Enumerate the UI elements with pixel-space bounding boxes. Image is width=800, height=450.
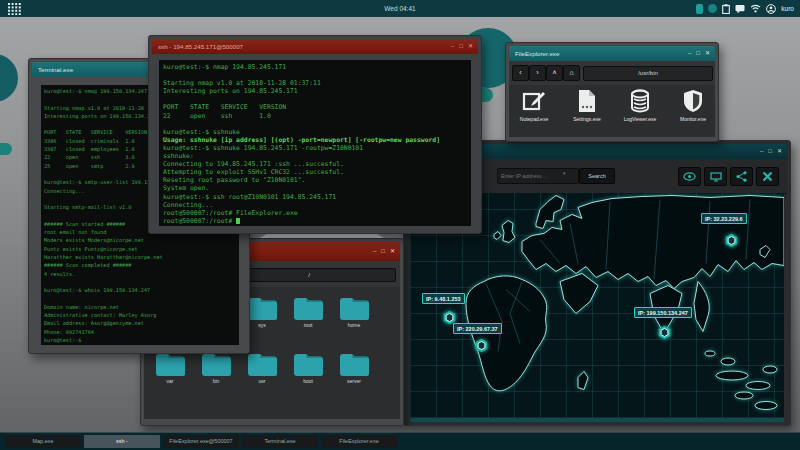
taskbar-item[interactable]: FileExplorer.exe [321,435,397,448]
close-icon[interactable]: ✕ [777,144,782,159]
app-item[interactable]: Monitor.exe [668,88,715,122]
folder-item[interactable]: usr [240,351,284,384]
file-icon [577,89,597,113]
terminal-line: System open. [163,184,471,192]
minimize-icon[interactable]: – [688,46,691,61]
window-title: FileExplorer.exe [515,50,559,57]
eye-icon [683,172,696,181]
map-bottom-strip [410,418,784,422]
terminal-line: kuro@test:-$ sshnuke [163,128,471,136]
home-button[interactable]: ⌂ [563,65,580,81]
terminal-line [163,71,471,79]
clipboard-icon[interactable] [722,4,730,14]
chat-icon[interactable] [735,4,745,14]
display-icon [710,172,722,182]
folder-icon [246,351,278,377]
desktop: – □ ✕ ▾ Search [0,0,800,450]
search-button[interactable]: Search [579,168,615,184]
clock: Wed 04:41 [0,5,800,12]
taskbar-item[interactable]: Terminal.exe [242,435,318,448]
share-button[interactable] [730,167,753,186]
username[interactable]: kuro [781,5,794,12]
window-title: ssh - 194.85.245.171@500007 [158,43,243,50]
terminal-line: sshnuke: [163,152,471,160]
taskbar-item[interactable]: ssh - [84,435,160,448]
terminal-line: Puntz exists Puntz@nicorpe.net [44,245,239,253]
disconnect-button[interactable] [756,167,779,186]
folder-label: usr [240,378,284,384]
close-icon[interactable]: ✕ [390,242,395,261]
folder-item[interactable]: server [332,351,376,384]
up-button[interactable]: ˄ [546,65,563,81]
app-label: Settings.exe [562,116,612,122]
folder-item[interactable]: home [332,295,376,328]
folder-icon [292,295,324,321]
chevron-down-icon: ▾ [563,170,566,176]
terminal-line: 22 open ssh 1.0 [163,112,471,120]
terminal-line [163,95,471,103]
minimize-icon[interactable]: – [760,144,763,159]
node-hexagon-icon [724,233,739,248]
terminal-line: root@500007:/root# [163,217,471,225]
notepad-icon [522,89,546,113]
map-node-marker[interactable] [724,233,739,248]
app-item[interactable]: Settings.exe [562,88,612,122]
folder-icon [154,351,186,377]
terminal-line: kuro@test:-$ ssh root@Z10N0101 194.85.24… [163,193,471,201]
display-button[interactable] [704,167,727,186]
terminal-line: kuro@test:-$ [44,336,239,344]
terminal-line: PORT STATE SERVICE VERSION [163,103,471,111]
close-icon[interactable]: ✕ [468,39,473,54]
ssh-output[interactable]: kuro@test:-$ nmap 194.85.245.171 Startin… [159,60,471,226]
terminal-line: Connecting to 194.85.245.171 :ssh ...suc… [163,160,471,168]
taskbar-item[interactable]: Map.exe [5,435,81,448]
forward-button[interactable]: › [529,65,546,81]
share-icon [736,171,747,182]
node-hexagon-icon [657,325,672,340]
minimize-icon[interactable]: – [373,242,376,261]
file-explorer-toolbar: ‹ › ˄ ⌂ /usr/bin [509,61,715,85]
maximize-icon[interactable]: □ [459,39,463,54]
terminal-line [44,294,239,302]
back-button[interactable]: ‹ [512,65,529,81]
wifi-icon[interactable] [750,4,761,13]
user-icon[interactable] [766,4,776,14]
ip-search-input[interactable] [497,168,579,184]
eye-button[interactable] [678,167,701,186]
folder-item[interactable]: root [286,295,330,328]
app-item[interactable]: LogViewer.exe [615,88,665,122]
folder-icon [292,351,324,377]
folder-item[interactable]: var [148,351,192,384]
ip-label[interactable]: IP: 199.150.134.247 [634,307,692,318]
folder-item[interactable]: bin [194,351,238,384]
app-item[interactable]: Notepad.exe [509,88,559,122]
taskbar-item[interactable]: FileExplorer.exe@500007 [163,435,239,448]
folder-item[interactable]: boot [286,351,330,384]
map-node-marker[interactable] [474,338,489,353]
folder-icon [338,351,370,377]
folder-label: root [286,322,330,328]
text-cursor [236,218,240,224]
accent-circle-icon[interactable] [708,4,717,13]
terminal-line: Phone: 992741764 [44,328,239,336]
file-explorer-titlebar[interactable]: FileExplorer.exe – □ ✕ [509,46,715,61]
address-bar[interactable]: /usr/bin [583,66,713,81]
log-icon [629,89,651,113]
folder-label: boot [286,378,330,384]
ip-label[interactable]: IP: 220.29.67.37 [453,323,502,334]
maximize-icon[interactable]: □ [768,144,772,159]
maximize-icon[interactable]: □ [381,242,385,261]
ssh-titlebar[interactable]: ssh - 194.85.245.171@500007 – □ ✕ [152,39,478,54]
maximize-icon[interactable]: □ [696,46,700,61]
terminal-line: Haratther exists Haratther@nicorpe.net [44,253,239,261]
minimize-icon[interactable]: – [451,39,454,54]
close-icon[interactable]: ✕ [705,46,710,61]
shield-icon [683,89,703,113]
ip-label[interactable]: IP: 9.48.1.253 [422,293,465,304]
terminal-line: Attempting to exploit SSHv1 CRC32 ...suc… [163,168,471,176]
ssh-window: ssh - 194.85.245.171@500007 – □ ✕ kuro@t… [148,35,482,234]
accent-square-icon[interactable] [696,4,703,14]
map-node-marker[interactable] [657,325,672,340]
window-title: Terminal.exe [38,66,73,73]
ip-label[interactable]: IP: 32.23.229.6 [701,213,747,224]
